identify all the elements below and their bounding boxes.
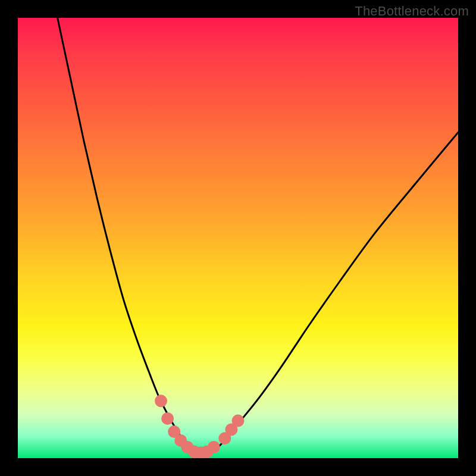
marker-point xyxy=(232,415,245,427)
chart-frame: TheBottleneck.com xyxy=(0,0,476,476)
marker-point xyxy=(155,394,167,407)
marker-point xyxy=(208,441,220,453)
curve-markers xyxy=(18,18,458,458)
plot-area xyxy=(18,18,458,458)
marker-point xyxy=(161,412,174,425)
watermark-text: TheBottleneck.com xyxy=(355,4,469,19)
